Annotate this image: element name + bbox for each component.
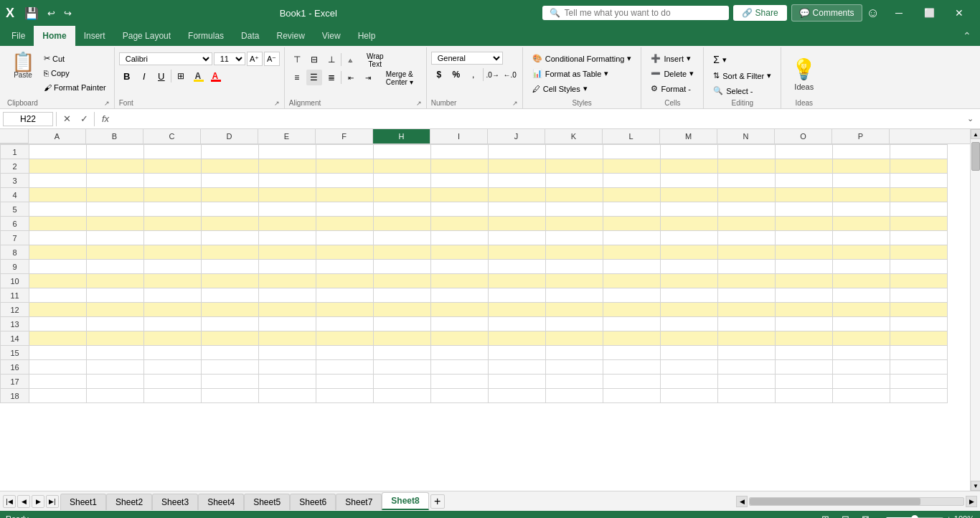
cell-D3[interactable] (202, 174, 259, 188)
cell-C8[interactable] (144, 245, 202, 260)
tab-sheet8[interactable]: Sheet8 (382, 492, 428, 510)
cell-F8[interactable] (316, 245, 374, 260)
cell-J8[interactable] (546, 245, 603, 260)
cell-J10[interactable] (546, 274, 603, 288)
col-header-e[interactable]: E (258, 129, 316, 143)
cell-I15[interactable] (489, 346, 546, 360)
cell-L17[interactable] (661, 375, 718, 389)
cell-O9[interactable] (833, 260, 890, 274)
format-as-table-button[interactable]: 📊 Format as Table ▾ (527, 67, 637, 80)
cell-D6[interactable] (202, 217, 259, 231)
cell-P16[interactable] (890, 360, 948, 375)
sheet-nav-last[interactable]: ▶| (46, 495, 59, 508)
cell-D4[interactable] (202, 188, 259, 202)
sheet-nav-prev[interactable]: ◀ (17, 495, 30, 508)
comma-button[interactable]: , (466, 67, 481, 83)
cell-E8[interactable] (259, 245, 316, 260)
cell-I14[interactable] (489, 331, 546, 346)
cell-D2[interactable] (202, 159, 259, 174)
cell-I13[interactable] (489, 317, 546, 331)
insert-cells-button[interactable]: ➕ Insert ▾ (646, 52, 699, 65)
cell-H15[interactable] (431, 346, 489, 360)
cell-C5[interactable] (144, 202, 202, 217)
cell-B11[interactable] (87, 288, 144, 303)
cell-G11[interactable] (374, 288, 431, 303)
cell-F1[interactable] (316, 145, 374, 159)
cell-E14[interactable] (259, 331, 316, 346)
conditional-formatting-button[interactable]: 🎨 Conditional Formatting ▾ (527, 52, 637, 65)
align-center-button[interactable]: ☰ (306, 70, 322, 85)
cell-J5[interactable] (546, 202, 603, 217)
tab-sheet1[interactable]: Sheet1 (60, 494, 106, 510)
cell-M12[interactable] (718, 303, 776, 317)
cell-F12[interactable] (316, 303, 374, 317)
tab-sheet5[interactable]: Sheet5 (244, 494, 290, 510)
cell-J9[interactable] (546, 260, 603, 274)
col-header-b[interactable]: B (86, 129, 143, 143)
cell-K3[interactable] (603, 174, 661, 188)
cell-P7[interactable] (890, 231, 948, 245)
zoom-out-button[interactable]: − (879, 514, 883, 518)
cell-E7[interactable] (259, 231, 316, 245)
cell-I7[interactable] (489, 231, 546, 245)
cell-F2[interactable] (316, 159, 374, 174)
align-left-button[interactable]: ≡ (289, 70, 305, 85)
cell-G13[interactable] (374, 317, 431, 331)
cell-H14[interactable] (431, 331, 489, 346)
cell-A13[interactable] (29, 317, 87, 331)
cell-C4[interactable] (144, 188, 202, 202)
tab-sheet4[interactable]: Sheet4 (198, 494, 244, 510)
increase-decimal-button[interactable]: .0→ (485, 67, 501, 83)
cell-F16[interactable] (316, 360, 374, 375)
cell-O17[interactable] (833, 375, 890, 389)
cell-D11[interactable] (202, 288, 259, 303)
cell-K13[interactable] (603, 317, 661, 331)
col-header-a[interactable]: A (29, 129, 86, 143)
cell-B12[interactable] (87, 303, 144, 317)
cell-M7[interactable] (718, 231, 776, 245)
cell-D15[interactable] (202, 346, 259, 360)
cell-I9[interactable] (489, 260, 546, 274)
cell-O5[interactable] (833, 202, 890, 217)
cell-G18[interactable] (374, 389, 431, 403)
cell-N7[interactable] (776, 231, 833, 245)
cell-styles-button[interactable]: 🖊 Cell Styles ▾ (527, 82, 637, 95)
cell-A16[interactable] (29, 360, 87, 375)
decrease-decimal-button[interactable]: ←.0 (502, 67, 518, 83)
align-middle-button[interactable]: ⊟ (306, 52, 322, 67)
cell-B17[interactable] (87, 375, 144, 389)
page-layout-view-button[interactable]: ⊟ (839, 512, 853, 518)
cell-C18[interactable] (144, 389, 202, 403)
cell-B7[interactable] (87, 231, 144, 245)
font-name-select[interactable]: Calibri (119, 52, 212, 65)
cell-F4[interactable] (316, 188, 374, 202)
cell-N1[interactable] (776, 145, 833, 159)
cell-M9[interactable] (718, 260, 776, 274)
cell-B8[interactable] (87, 245, 144, 260)
cell-M16[interactable] (718, 360, 776, 375)
alignment-expand-icon[interactable]: ↗ (416, 100, 422, 107)
cell-P4[interactable] (890, 188, 948, 202)
redo-quick-btn[interactable]: ↪ (61, 6, 75, 20)
cell-H8[interactable] (431, 245, 489, 260)
cell-E4[interactable] (259, 188, 316, 202)
hscroll-thumb[interactable] (750, 498, 920, 505)
underline-button[interactable]: U (154, 68, 169, 84)
cell-C6[interactable] (144, 217, 202, 231)
cell-C12[interactable] (144, 303, 202, 317)
cell-C14[interactable] (144, 331, 202, 346)
tab-sheet3[interactable]: Sheet3 (152, 494, 198, 510)
cell-A1[interactable] (29, 145, 87, 159)
cell-H3[interactable] (431, 174, 489, 188)
cell-M1[interactable] (718, 145, 776, 159)
row-number-12[interactable]: 12 (1, 303, 29, 317)
cell-F10[interactable] (316, 274, 374, 288)
cell-E2[interactable] (259, 159, 316, 174)
cell-N6[interactable] (776, 217, 833, 231)
scroll-up-button[interactable]: ▲ (971, 129, 980, 139)
cell-O12[interactable] (833, 303, 890, 317)
cell-N2[interactable] (776, 159, 833, 174)
col-header-l[interactable]: L (603, 129, 660, 143)
cell-H18[interactable] (431, 389, 489, 403)
delete-cells-button[interactable]: ➖ Delete ▾ (646, 67, 699, 80)
